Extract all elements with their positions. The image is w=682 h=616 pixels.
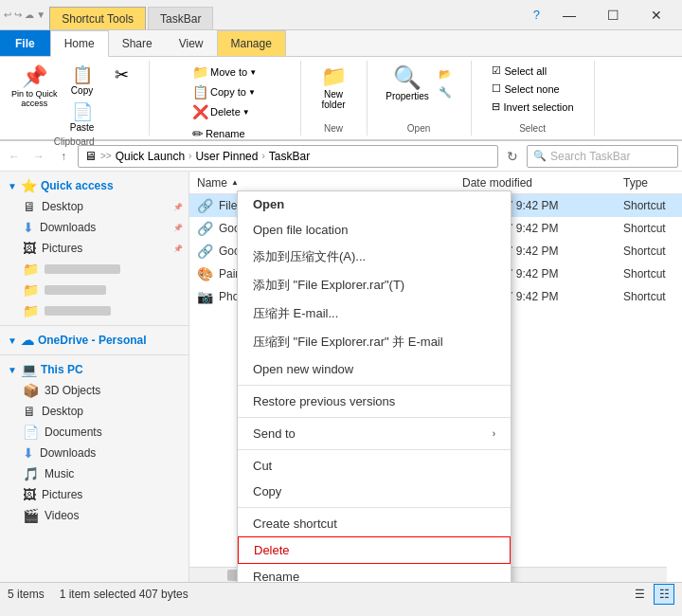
minimize-button[interactable]: —	[547, 0, 591, 30]
sidebar-item-downloads-pc[interactable]: ⬇ Downloads	[0, 443, 188, 463]
move-to-button[interactable]: 📁 Move to ▼	[188, 63, 260, 82]
help-icon[interactable]: ?	[533, 8, 540, 22]
sidebar: ▼ ⭐ Quick access 🖥 Desktop ⬇ Downloads 🖼…	[0, 172, 189, 582]
copy-to-button[interactable]: 📋 Copy to ▼	[188, 82, 260, 101]
ctx-send-to[interactable]: Send to ›	[238, 421, 511, 446]
ctx-add-compress[interactable]: 添加到压缩文件(A)...	[238, 243, 511, 271]
ctx-create-shortcut[interactable]: Create shortcut	[238, 511, 511, 536]
sidebar-item-documents-pc[interactable]: 📄 Documents	[0, 422, 188, 443]
address-part-2[interactable]: User Pinned	[195, 150, 258, 163]
ctx-delete[interactable]: Delete	[238, 536, 511, 564]
refresh-button[interactable]: ↻	[502, 146, 523, 167]
open-extras: 📂 🔧	[435, 66, 456, 100]
address-home-icon: 🖥	[84, 149, 97, 163]
paste-button[interactable]: 📄 Paste	[63, 100, 101, 135]
search-bar[interactable]: 🔍 Search TaskBar	[527, 145, 678, 168]
address-part-1[interactable]: Quick Launch	[116, 150, 185, 163]
open-extra-1[interactable]: 📂	[435, 66, 456, 82]
ctx-add-rar[interactable]: 添加到 "File Explorer.rar"(T)	[238, 271, 511, 299]
ctx-sep-1	[238, 385, 511, 386]
address-part-3[interactable]: TaskBar	[269, 150, 310, 163]
folder3-icon: 📁	[23, 303, 39, 318]
title-bar-icons: ↩ ↪ ☁ ▼	[4, 9, 49, 20]
main-area: ▼ ⭐ Quick access 🖥 Desktop ⬇ Downloads 🖼…	[0, 172, 682, 582]
maximize-button[interactable]: ☐	[591, 0, 635, 30]
ribbon-content: 📌 Pin to Quickaccess 📋 Copy 📄 Paste ✂	[0, 57, 682, 140]
up-button[interactable]: ↑	[53, 146, 74, 167]
sidebar-item-folder2[interactable]: 📁	[0, 280, 188, 300]
invert-selection-button[interactable]: ⊟ Invert selection	[488, 99, 578, 115]
tab-home[interactable]: Home	[50, 30, 109, 57]
file-list-container: Name ▲ Date modified Type 🔗 File Explore…	[189, 172, 682, 582]
sidebar-item-desktop-pc[interactable]: 🖥 Desktop	[0, 401, 188, 422]
selected-info: 1 item selected 407 bytes	[60, 588, 188, 601]
tab-view[interactable]: View	[166, 30, 217, 56]
tab-file[interactable]: File	[0, 30, 50, 56]
new-folder-button[interactable]: 📁 Newfolder	[314, 63, 352, 112]
open-extra-2[interactable]: 🔧	[435, 84, 456, 100]
pin-to-quick-access-button[interactable]: 📌 Pin to Quickaccess	[8, 63, 62, 110]
sidebar-item-folder1[interactable]: 📁	[0, 259, 188, 280]
file-icon: 🎨	[197, 266, 213, 281]
quick-access-header[interactable]: ▼ ⭐ Quick access	[0, 175, 188, 196]
ctx-open-new-window[interactable]: Open new window	[238, 356, 511, 382]
sidebar-item-pictures-pc[interactable]: 🖼 Pictures	[0, 484, 188, 505]
cut-icon: ✂	[115, 64, 129, 85]
move-to-arrow: ▼	[249, 68, 257, 77]
this-pc-header[interactable]: ▼ 💻 This PC	[0, 359, 188, 380]
sidebar-item-pictures-quick[interactable]: 🖼 Pictures	[0, 238, 188, 259]
select-all-button[interactable]: ☑ Select all	[488, 63, 551, 79]
title-bar-tabs: Shortcut Tools TaskBar	[49, 0, 533, 29]
rename-button[interactable]: ✏ Rename	[188, 124, 260, 143]
this-pc-arrow: ▼	[8, 365, 17, 375]
ctx-open[interactable]: Open	[238, 191, 511, 217]
large-icons-view-button[interactable]: ☷	[654, 584, 674, 605]
sidebar-item-downloads-quick[interactable]: ⬇ Downloads	[0, 217, 188, 238]
ctx-restore-versions[interactable]: Restore previous versions	[238, 389, 511, 414]
sidebar-item-desktop-quick[interactable]: 🖥 Desktop	[0, 196, 188, 217]
ctx-compress-rar-email[interactable]: 压缩到 "File Explorer.rar" 并 E-mail	[238, 328, 511, 356]
col-date[interactable]: Date modified	[455, 173, 616, 191]
file-type-cell: Shortcut	[616, 222, 682, 235]
tab-manage[interactable]: Manage	[217, 30, 286, 56]
delete-button[interactable]: ❌ Delete ▼	[188, 102, 260, 121]
sidebar-item-3d-objects[interactable]: 📦 3D Objects	[0, 380, 188, 401]
name-sort-arrow: ▲	[231, 178, 239, 187]
ctx-copy[interactable]: Copy	[238, 479, 511, 504]
close-button[interactable]: ✕	[635, 0, 678, 30]
details-view-button[interactable]: ☰	[629, 584, 650, 605]
ctx-sep-4	[238, 507, 511, 508]
this-pc-icon: 💻	[21, 362, 37, 377]
select-none-button[interactable]: ☐ Select none	[488, 81, 564, 97]
status-bar: 5 items 1 item selected 407 bytes ☰ ☷	[0, 582, 682, 605]
onedrive-header[interactable]: ▼ ☁ OneDrive - Personal	[0, 330, 188, 351]
col-name[interactable]: Name ▲	[189, 173, 455, 191]
copy-paste-group: 📋 Copy 📄 Paste	[63, 63, 101, 135]
forward-button[interactable]: →	[28, 146, 49, 167]
clipboard-group: 📌 Pin to Quickaccess 📋 Copy 📄 Paste ✂	[0, 61, 150, 136]
ribbon: File Home Share View Manage 📌 Pin to Qui…	[0, 30, 682, 141]
sidebar-item-folder3[interactable]: 📁	[0, 300, 188, 321]
properties-icon: 🔍	[393, 64, 422, 91]
col-type[interactable]: Type	[616, 173, 682, 191]
tab-share[interactable]: Share	[109, 30, 166, 56]
cut-button[interactable]: ✂	[103, 63, 141, 87]
sidebar-item-videos-pc[interactable]: 🎬 Videos	[0, 505, 188, 526]
ctx-rename[interactable]: Rename	[238, 564, 511, 582]
tab-taskbar[interactable]: TaskBar	[148, 7, 213, 29]
ctx-open-location[interactable]: Open file location	[238, 217, 511, 243]
sidebar-divider-1	[0, 325, 188, 326]
address-bar[interactable]: 🖥 >> Quick Launch › User Pinned › TaskBa…	[78, 145, 498, 168]
file-type-cell: Shortcut	[616, 245, 682, 258]
sidebar-item-music-pc[interactable]: 🎵 Music	[0, 463, 188, 484]
downloads-pc-icon: ⬇	[23, 445, 34, 461]
tab-shortcut-tools[interactable]: Shortcut Tools	[49, 7, 146, 29]
properties-button[interactable]: 🔍 Properties	[382, 63, 433, 103]
ctx-cut[interactable]: Cut	[238, 453, 511, 479]
ctx-sep-3	[238, 449, 511, 450]
back-button[interactable]: ←	[4, 146, 25, 167]
file-icon: 📷	[197, 289, 213, 304]
ctx-compress-email[interactable]: 压缩并 E-mail...	[238, 299, 511, 328]
context-menu: Open Open file location 添加到压缩文件(A)... 添加…	[237, 190, 512, 582]
copy-button[interactable]: 📋 Copy	[63, 63, 101, 98]
